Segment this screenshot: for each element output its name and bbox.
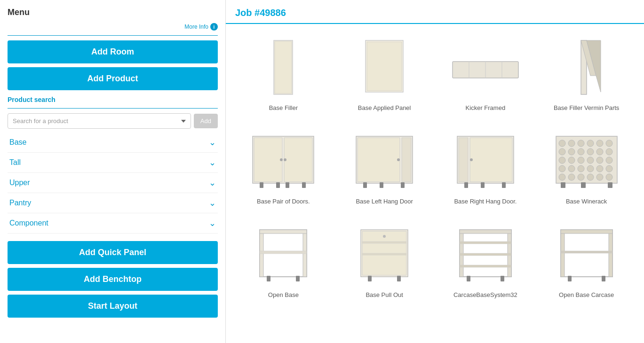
product-card-base-applied-panel[interactable]: Base Applied Panel bbox=[336, 31, 433, 116]
svg-rect-12 bbox=[254, 138, 282, 182]
svg-point-49 bbox=[578, 157, 584, 164]
svg-rect-77 bbox=[362, 242, 406, 243]
product-card-base-left-hang[interactable]: Base Left Hang Door bbox=[336, 125, 433, 209]
product-search-label: Product search bbox=[8, 96, 218, 103]
svg-point-52 bbox=[606, 157, 612, 164]
svg-rect-90 bbox=[501, 276, 504, 281]
product-name-base-pull-out: Base Pull Out bbox=[366, 291, 403, 298]
product-card-base-right-hang[interactable]: Base Right Hang Door. bbox=[437, 125, 534, 209]
product-name-base-filler-vermin: Base Filler Vermin Parts bbox=[554, 104, 619, 111]
product-card-base-filler-vermin[interactable]: Base Filler Vermin Parts bbox=[538, 31, 635, 116]
svg-rect-17 bbox=[276, 182, 280, 188]
svg-rect-95 bbox=[561, 251, 612, 253]
category-label-pantry: Pantry bbox=[9, 199, 31, 207]
add-quick-panel-button[interactable]: Add Quick Panel bbox=[8, 241, 218, 264]
product-image-base-pair-doors bbox=[248, 129, 318, 195]
svg-rect-33 bbox=[502, 182, 506, 188]
category-item-upper[interactable]: Upper ⌄ bbox=[8, 173, 218, 193]
svg-point-56 bbox=[587, 165, 594, 172]
product-card-base-pull-out[interactable]: Base Pull Out bbox=[336, 218, 433, 303]
product-image-base-winerack bbox=[551, 129, 622, 195]
svg-rect-25 bbox=[380, 182, 383, 188]
category-item-pantry[interactable]: Pantry ⌄ bbox=[8, 193, 218, 213]
main-header: Job #49886 bbox=[226, 0, 644, 24]
product-card-open-base-carcase[interactable]: Open Base Carcase bbox=[538, 218, 635, 303]
svg-rect-88 bbox=[460, 265, 511, 267]
job-title: Job #49886 bbox=[235, 8, 286, 18]
add-benchtop-button[interactable]: Add Benchtop bbox=[8, 268, 218, 291]
product-name-base-left-hang: Base Left Hang Door bbox=[356, 198, 413, 205]
more-info-row: More Info i bbox=[8, 23, 218, 31]
product-card-base-filler[interactable]: Base Filler bbox=[235, 31, 332, 116]
svg-rect-29 bbox=[470, 138, 512, 182]
action-buttons: Add Quick Panel Add Benchtop Start Layou… bbox=[8, 241, 218, 318]
start-layout-button[interactable]: Start Layout bbox=[8, 295, 218, 318]
svg-point-59 bbox=[559, 174, 565, 180]
info-icon[interactable]: i bbox=[210, 23, 218, 31]
svg-point-44 bbox=[587, 148, 594, 155]
svg-point-54 bbox=[568, 165, 575, 172]
svg-point-23 bbox=[397, 158, 400, 161]
chevron-icon-tall: ⌄ bbox=[209, 157, 216, 168]
svg-point-79 bbox=[383, 235, 386, 238]
svg-rect-67 bbox=[608, 182, 612, 188]
main-panel: Job #49886 Base Filler Base Applied Pane… bbox=[226, 0, 644, 343]
svg-rect-18 bbox=[286, 182, 289, 188]
svg-point-36 bbox=[568, 140, 575, 147]
category-item-component[interactable]: Component ⌄ bbox=[8, 213, 218, 234]
product-name-open-base-carcase: Open Base Carcase bbox=[559, 291, 614, 298]
svg-point-38 bbox=[587, 140, 594, 147]
svg-point-15 bbox=[284, 158, 286, 161]
svg-point-43 bbox=[578, 148, 584, 155]
chevron-icon-base: ⌄ bbox=[209, 137, 216, 148]
product-card-kicker-framed[interactable]: Kicker Framed bbox=[437, 31, 534, 116]
svg-point-62 bbox=[587, 174, 594, 180]
svg-rect-85 bbox=[460, 230, 511, 234]
svg-point-58 bbox=[606, 165, 612, 172]
svg-rect-73 bbox=[267, 276, 270, 281]
category-label-base: Base bbox=[9, 138, 26, 147]
search-input[interactable]: Search for a product bbox=[8, 113, 191, 129]
product-card-base-winerack[interactable]: Base Winerack bbox=[538, 125, 635, 209]
svg-rect-16 bbox=[260, 182, 263, 188]
svg-point-61 bbox=[578, 174, 584, 180]
search-add-button[interactable]: Add bbox=[194, 114, 218, 128]
svg-rect-66 bbox=[581, 182, 586, 188]
svg-point-60 bbox=[568, 174, 575, 180]
category-item-tall[interactable]: Tall ⌄ bbox=[8, 153, 218, 173]
svg-rect-72 bbox=[260, 251, 307, 254]
svg-point-55 bbox=[578, 165, 584, 172]
product-name-open-base: Open Base bbox=[268, 291, 299, 298]
svg-rect-96 bbox=[568, 276, 572, 281]
category-item-base[interactable]: Base ⌄ bbox=[8, 133, 218, 153]
svg-point-64 bbox=[606, 174, 612, 180]
svg-rect-87 bbox=[460, 253, 511, 256]
svg-rect-3 bbox=[367, 42, 402, 91]
svg-rect-32 bbox=[481, 182, 485, 188]
more-info-link[interactable]: More Info bbox=[184, 23, 208, 30]
svg-point-45 bbox=[596, 148, 603, 155]
category-label-component: Component bbox=[9, 219, 48, 227]
svg-rect-31 bbox=[464, 182, 468, 188]
svg-rect-13 bbox=[284, 138, 312, 182]
svg-rect-22 bbox=[402, 138, 411, 182]
product-image-base-pull-out bbox=[349, 223, 420, 288]
sidebar: Menu More Info i Add Room Add Product Pr… bbox=[0, 0, 226, 343]
product-name-kicker-framed: Kicker Framed bbox=[466, 104, 506, 111]
divider-top bbox=[8, 35, 218, 36]
svg-rect-89 bbox=[467, 276, 470, 281]
svg-point-46 bbox=[606, 148, 612, 155]
product-card-open-base[interactable]: Open Base bbox=[235, 218, 332, 303]
svg-point-14 bbox=[280, 158, 283, 161]
product-name-base-filler: Base Filler bbox=[269, 104, 298, 111]
svg-point-47 bbox=[559, 157, 565, 164]
category-label-tall: Tall bbox=[9, 158, 21, 167]
svg-point-37 bbox=[578, 140, 584, 147]
add-product-button[interactable]: Add Product bbox=[8, 67, 218, 90]
product-image-base-applied-panel bbox=[349, 36, 420, 101]
product-card-carcase-base[interactable]: CarcaseBaseSystem32 bbox=[437, 218, 534, 303]
svg-point-63 bbox=[596, 174, 603, 180]
product-card-base-pair-doors[interactable]: Base Pair of Doors. bbox=[235, 125, 332, 209]
add-room-button[interactable]: Add Room bbox=[8, 40, 218, 63]
svg-rect-21 bbox=[358, 138, 400, 182]
